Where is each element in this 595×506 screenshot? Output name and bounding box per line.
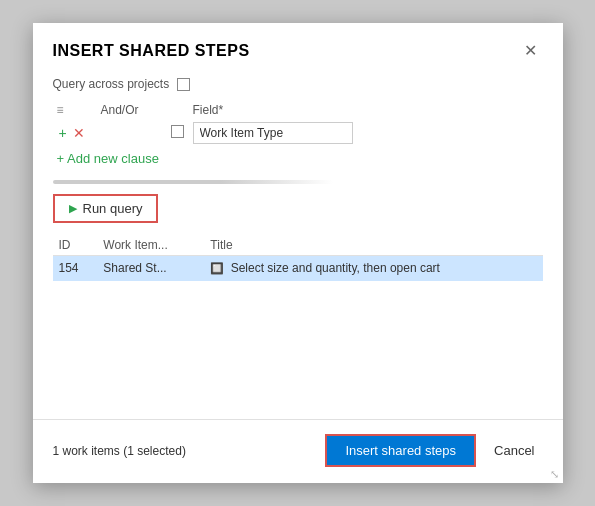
insert-shared-steps-button[interactable]: Insert shared steps xyxy=(325,434,476,467)
cell-work-item-type: Shared St... xyxy=(97,256,204,281)
results-header-row: ID Work Item... Title xyxy=(53,235,543,256)
divider xyxy=(53,180,333,184)
field-header: Field* xyxy=(189,101,543,119)
work-item-icon: 🔲 xyxy=(210,262,224,276)
resize-handle[interactable]: ⤡ xyxy=(550,468,559,481)
add-clause-plus: + xyxy=(57,151,65,166)
and-or-cell xyxy=(97,119,167,147)
delete-row-button[interactable]: ✕ xyxy=(71,126,87,140)
cell-title: 🔲 Select size and quantity, then open ca… xyxy=(204,256,542,281)
checkbox-col-header xyxy=(167,101,189,119)
cell-id: 154 xyxy=(53,256,98,281)
dialog-body: Query across projects ≡ And/Or Field* xyxy=(33,73,563,419)
dialog-footer: 1 work items (1 selected) Insert shared … xyxy=(33,419,563,483)
col-id: ID xyxy=(53,235,98,256)
filter-table: ≡ And/Or Field* + ✕ xyxy=(53,101,543,147)
insert-shared-steps-dialog: INSERT SHARED STEPS ✕ Query across proje… xyxy=(33,23,563,483)
col-work-item: Work Item... xyxy=(97,235,204,256)
query-across-label: Query across projects xyxy=(53,77,170,91)
query-across-row: Query across projects xyxy=(53,77,543,91)
dialog-header: INSERT SHARED STEPS ✕ xyxy=(33,23,563,73)
results-table: ID Work Item... Title 154 Shared St... 🔲… xyxy=(53,235,543,281)
table-row[interactable]: 154 Shared St... 🔲 Select size and quant… xyxy=(53,256,543,281)
filter-actions-col: ≡ xyxy=(53,101,97,119)
filter-row: + ✕ xyxy=(53,119,543,147)
and-or-header: And/Or xyxy=(97,101,167,119)
field-input[interactable] xyxy=(193,122,353,144)
filter-row-actions: + ✕ xyxy=(53,119,97,147)
add-clause-button[interactable]: + Add new clause xyxy=(57,151,159,166)
field-cell xyxy=(189,119,543,147)
row-checkbox[interactable] xyxy=(171,125,184,138)
play-icon: ▶ xyxy=(69,202,77,215)
close-button[interactable]: ✕ xyxy=(518,41,543,61)
cancel-button[interactable]: Cancel xyxy=(486,436,542,465)
footer-actions: Insert shared steps Cancel xyxy=(325,434,542,467)
query-across-checkbox[interactable] xyxy=(177,78,190,91)
add-row-button[interactable]: + xyxy=(57,126,69,140)
col-title: Title xyxy=(204,235,542,256)
row-checkbox-cell xyxy=(167,119,189,147)
lines-icon: ≡ xyxy=(57,103,64,117)
cell-work-item-type-text: Shared St... xyxy=(103,261,166,275)
cell-title-text: Select size and quantity, then open cart xyxy=(231,261,440,275)
run-query-label: Run query xyxy=(83,201,143,216)
add-clause-label: Add new clause xyxy=(67,151,159,166)
footer-status: 1 work items (1 selected) xyxy=(53,444,186,458)
dialog-title: INSERT SHARED STEPS xyxy=(53,42,250,60)
run-query-button[interactable]: ▶ Run query xyxy=(53,194,159,223)
add-clause-row: + Add new clause xyxy=(53,151,543,166)
